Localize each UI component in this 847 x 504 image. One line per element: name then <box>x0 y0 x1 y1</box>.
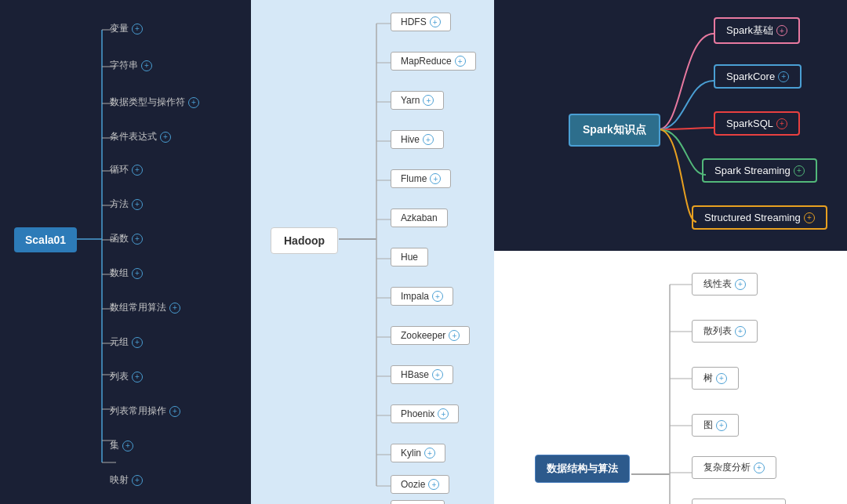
spark-item-3[interactable]: Spark Streaming + <box>702 158 817 183</box>
spark-item-label-3: Spark Streaming <box>714 165 791 176</box>
left-item-7: 数组 + <box>110 267 143 280</box>
mid-item-plus-8[interactable]: + <box>449 330 460 341</box>
left-panel: Scala01 变量 + 字符串 + 数据类型与操作符 + 条件表达式 + 循环… <box>0 0 251 504</box>
left-item-label-2: 数据类型与操作符 <box>110 96 185 109</box>
ds-root-label: 数据结构与算法 <box>547 462 618 474</box>
left-item-plus-11[interactable]: + <box>169 406 180 417</box>
mid-item-10[interactable]: Phoenix + <box>391 404 459 423</box>
mid-item-plus-10[interactable]: + <box>438 408 449 419</box>
spark-item-2[interactable]: SparkSQL + <box>714 111 800 136</box>
spark-item-plus-4[interactable]: + <box>804 212 815 223</box>
ds-item-plus-3[interactable]: + <box>716 420 727 431</box>
scala-root-label: Scala01 <box>25 234 66 246</box>
left-item-5: 方法 + <box>110 198 143 211</box>
hadoop-root-node[interactable]: Hadoop <box>271 227 338 254</box>
ds-item-4[interactable]: 复杂度分析 + <box>692 456 776 479</box>
mid-item-label-12: Oozie <box>401 479 425 490</box>
mid-item-plus-7[interactable]: + <box>432 291 443 302</box>
spark-item-plus-1[interactable]: + <box>778 71 789 82</box>
ds-item-plus-0[interactable]: + <box>735 279 746 290</box>
left-item-plus-12[interactable]: + <box>122 441 133 451</box>
ds-item-plus-2[interactable]: + <box>716 373 727 384</box>
spark-item-4[interactable]: Structured Streaming + <box>692 205 827 230</box>
mid-item-9[interactable]: HBase + <box>391 365 453 384</box>
ds-item-label-2: 树 <box>703 372 713 385</box>
left-item-plus-0[interactable]: + <box>132 24 143 34</box>
mid-item-plus-1[interactable]: + <box>455 56 466 67</box>
right-panel: Spark知识点 Spark基础 + SparkCore + SparkSQL … <box>494 0 847 504</box>
left-item-plus-1[interactable]: + <box>141 60 152 71</box>
spark-item-plus-2[interactable]: + <box>776 118 787 129</box>
mid-item-label-3: Hive <box>401 134 420 145</box>
left-item-plus-2[interactable]: + <box>188 97 199 108</box>
middle-panel: Hadoop HDFS + MapReduce + Yarn + Hive + … <box>251 0 494 504</box>
mid-item-8[interactable]: Zookeeper + <box>391 326 470 345</box>
spark-root-node[interactable]: Spark知识点 <box>569 114 660 147</box>
left-item-label-8: 数组常用算法 <box>110 301 166 314</box>
ds-item-label-0: 线性表 <box>703 277 732 291</box>
spark-item-label-0: Spark基础 <box>726 24 773 38</box>
mid-item-plus-11[interactable]: + <box>424 448 435 459</box>
left-item-label-13: 映射 <box>110 473 129 487</box>
left-item-label-6: 函数 <box>110 232 129 245</box>
mid-item-plus-12[interactable]: + <box>428 479 439 490</box>
mid-item-2[interactable]: Yarn + <box>391 91 444 110</box>
left-item-plus-13[interactable]: + <box>132 475 143 486</box>
mid-item-1[interactable]: MapReduce + <box>391 52 476 71</box>
hadoop-root-label: Hadoop <box>284 234 325 247</box>
left-item-plus-4[interactable]: + <box>132 165 143 176</box>
left-item-4: 循环 + <box>110 163 143 176</box>
mid-item-5[interactable]: Azkaban <box>391 208 448 227</box>
scala-root-node[interactable]: Scala01 <box>14 227 77 252</box>
mid-item-6[interactable]: Hue <box>391 248 428 267</box>
spark-item-plus-0[interactable]: + <box>776 25 787 36</box>
mid-item-plus-9[interactable]: + <box>432 369 443 380</box>
left-item-label-7: 数组 <box>110 267 129 280</box>
mid-item-11[interactable]: Kylin + <box>391 444 445 462</box>
mid-item-3[interactable]: Hive + <box>391 130 444 149</box>
spark-item-plus-3[interactable]: + <box>794 165 805 176</box>
mid-item-13[interactable]: Flink + <box>391 500 445 504</box>
ds-item-2[interactable]: 树 + <box>692 367 739 390</box>
mid-item-4[interactable]: Flume + <box>391 169 451 188</box>
left-item-1: 字符串 + <box>110 59 152 72</box>
mid-item-0[interactable]: HDFS + <box>391 13 451 31</box>
left-item-plus-6[interactable]: + <box>132 234 143 245</box>
ds-root-node[interactable]: 数据结构与算法 <box>535 455 630 483</box>
mid-item-label-0: HDFS <box>401 16 427 27</box>
ds-item-label-4: 复杂度分析 <box>703 461 751 474</box>
left-item-plus-10[interactable]: + <box>132 372 143 383</box>
mid-item-plus-2[interactable]: + <box>423 95 434 106</box>
left-item-label-10: 列表 <box>110 370 129 383</box>
spark-item-label-2: SparkSQL <box>726 118 773 129</box>
left-item-10: 列表 + <box>110 370 143 383</box>
ds-item-plus-1[interactable]: + <box>735 326 746 337</box>
mid-item-label-2: Yarn <box>401 95 420 106</box>
mid-item-plus-0[interactable]: + <box>430 16 441 27</box>
ds-item-1[interactable]: 散列表 + <box>692 320 758 343</box>
ds-item-0[interactable]: 线性表 + <box>692 273 758 296</box>
ds-item-3[interactable]: 图 + <box>692 414 739 437</box>
spark-item-label-1: SparkCore <box>726 71 775 82</box>
left-item-plus-3[interactable]: + <box>160 132 171 143</box>
ds-item-plus-4[interactable]: + <box>754 462 765 473</box>
left-item-plus-7[interactable]: + <box>132 268 143 279</box>
spark-item-1[interactable]: SparkCore + <box>714 64 802 89</box>
left-item-2: 数据类型与操作符 + <box>110 96 199 109</box>
mid-item-plus-3[interactable]: + <box>423 134 434 145</box>
mid-item-plus-4[interactable]: + <box>430 173 441 184</box>
left-item-0: 变量 + <box>110 22 143 35</box>
ds-item-5[interactable]: 基本算法思想 + <box>692 499 786 504</box>
spark-item-0[interactable]: Spark基础 + <box>714 17 800 44</box>
left-item-plus-5[interactable]: + <box>132 199 143 210</box>
left-item-plus-8[interactable]: + <box>169 303 180 314</box>
ds-item-label-3: 图 <box>703 419 713 432</box>
mid-item-label-9: HBase <box>401 369 429 380</box>
left-item-plus-9[interactable]: + <box>132 337 143 348</box>
mid-item-7[interactable]: Impala + <box>391 287 453 306</box>
mid-item-label-5: Azkaban <box>401 212 438 223</box>
left-item-6: 函数 + <box>110 232 143 245</box>
left-item-11: 列表常用操作 + <box>110 404 180 418</box>
mid-item-12[interactable]: Oozie + <box>391 475 449 494</box>
left-item-12: 集 + <box>110 439 133 452</box>
